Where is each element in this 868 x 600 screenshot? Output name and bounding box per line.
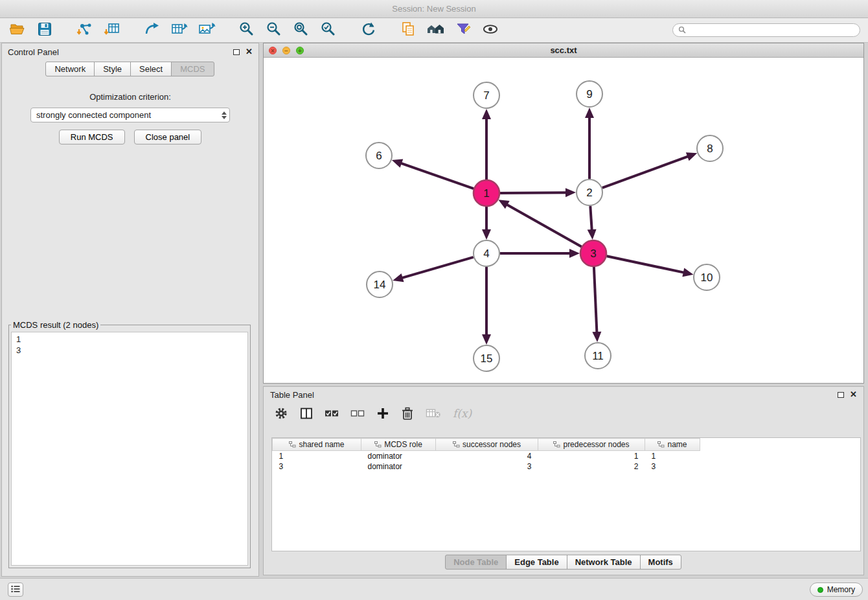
column-header-name[interactable]: name <box>645 439 700 451</box>
table-settings-button[interactable] <box>274 405 288 422</box>
edge-4-14[interactable] <box>402 257 474 278</box>
cell-MCDS-role[interactable]: dominator <box>361 451 436 461</box>
node-9[interactable]: 9 <box>577 81 602 107</box>
tab-select[interactable]: Select <box>130 62 172 76</box>
table-tab-motifs[interactable]: Motifs <box>640 555 681 570</box>
network-canvas[interactable]: 7968124314101511 <box>264 58 863 383</box>
filter-button[interactable] <box>453 21 473 40</box>
optimization-dropdown[interactable]: strongly connected component <box>30 108 230 122</box>
cell-shared-name[interactable]: 3 <box>273 461 361 472</box>
maximize-window-icon[interactable]: + <box>296 47 304 54</box>
copy-button[interactable] <box>399 21 418 40</box>
column-header-predecessor-nodes[interactable]: predecessor nodes <box>538 439 645 451</box>
network-window-titlebar[interactable]: × − + scc.txt <box>264 43 863 58</box>
svg-text:3: 3 <box>590 248 596 260</box>
close-table-panel-icon[interactable]: ✕ <box>850 391 857 398</box>
column-header-shared-name[interactable]: shared name <box>273 439 361 451</box>
zoom-in-button[interactable] <box>237 21 257 40</box>
edge-3-1[interactable] <box>507 205 581 247</box>
cell-successor-nodes[interactable]: 4 <box>436 451 538 461</box>
edge-3-11[interactable] <box>594 267 597 332</box>
memory-button[interactable]: Memory <box>810 583 863 597</box>
tab-mcds[interactable]: MCDS <box>171 62 214 76</box>
table-tab-node-table[interactable]: Node Table <box>445 555 507 570</box>
mcds-result-item[interactable]: 3 <box>16 345 243 356</box>
share-network-button[interactable] <box>143 21 162 40</box>
show-columns-button[interactable] <box>300 405 313 422</box>
search-input[interactable] <box>690 25 854 36</box>
cell-predecessor-nodes[interactable]: 2 <box>538 461 645 472</box>
refresh-button[interactable] <box>359 21 378 40</box>
float-panel-icon[interactable] <box>233 49 240 55</box>
cell-predecessor-nodes[interactable]: 1 <box>538 451 645 461</box>
mcds-result-item[interactable]: 1 <box>16 334 243 345</box>
node-6[interactable]: 6 <box>366 143 392 168</box>
search-box[interactable] <box>672 23 860 37</box>
node-14[interactable]: 14 <box>367 271 393 297</box>
export-table-button[interactable] <box>170 21 189 40</box>
table-row[interactable]: 1dominator411 <box>273 451 713 461</box>
edge-1-2[interactable] <box>500 192 566 193</box>
tab-style[interactable]: Style <box>94 62 131 76</box>
node-8[interactable]: 8 <box>697 135 723 161</box>
edge-2-8[interactable] <box>602 156 688 187</box>
minimize-window-icon[interactable]: − <box>282 47 290 54</box>
column-header-successor-nodes[interactable]: successor nodes <box>436 439 538 451</box>
zoom-selected-button[interactable] <box>319 21 338 40</box>
mcds-result-list[interactable]: 13 <box>11 332 248 566</box>
zoom-out-button[interactable] <box>264 21 284 40</box>
node-15[interactable]: 15 <box>474 345 499 371</box>
refresh-icon <box>360 21 377 40</box>
node-2[interactable]: 2 <box>577 179 602 205</box>
column-header-MCDS-role[interactable]: MCDS role <box>361 439 436 451</box>
zoom-fit-button[interactable] <box>291 21 311 40</box>
edge-3-10[interactable] <box>607 256 684 272</box>
node-10[interactable]: 10 <box>694 264 720 290</box>
float-table-panel-icon[interactable] <box>838 392 844 398</box>
tab-network[interactable]: Network <box>45 62 95 76</box>
edge-1-6[interactable] <box>401 163 474 189</box>
column-tree-icon <box>657 441 665 450</box>
open-session-button[interactable] <box>8 21 27 40</box>
delete-table-button[interactable] <box>426 405 441 422</box>
column-tree-icon <box>289 441 296 450</box>
export-image-button[interactable] <box>197 21 216 40</box>
ui-panels-menu-button[interactable] <box>8 583 23 597</box>
control-panel-title: Control Panel <box>8 47 59 57</box>
import-table-button[interactable] <box>102 21 122 40</box>
node-4[interactable]: 4 <box>474 240 499 266</box>
table-tab-edge-table[interactable]: Edge Table <box>506 555 567 570</box>
cell-successor-nodes[interactable]: 3 <box>436 461 538 472</box>
edge-2-3[interactable] <box>590 206 591 230</box>
table-panel-tabs: Node TableEdge TableNetwork TableMotifs <box>264 555 863 570</box>
cell-filler <box>700 451 713 461</box>
table-tab-network-table[interactable]: Network Table <box>567 555 641 570</box>
node-1[interactable]: 1 <box>474 180 499 206</box>
node-7[interactable]: 7 <box>474 82 499 108</box>
close-window-icon[interactable]: × <box>269 47 277 54</box>
main-toolbar <box>0 18 868 43</box>
cell-name[interactable]: 3 <box>645 461 700 472</box>
close-panel-button[interactable]: Close panel <box>134 130 202 144</box>
select-all-button[interactable] <box>325 405 339 422</box>
show-hide-button[interactable] <box>481 21 500 40</box>
cell-MCDS-role[interactable]: dominator <box>361 461 436 472</box>
dropdown-arrows-icon <box>222 111 227 119</box>
node-11[interactable]: 11 <box>585 343 611 369</box>
node-3[interactable]: 3 <box>580 240 606 266</box>
column-header-filler <box>700 439 713 451</box>
network-manager-button[interactable] <box>426 21 446 40</box>
node-table[interactable]: shared nameMCDS rolesuccessor nodesprede… <box>271 437 861 551</box>
deselect-all-button[interactable] <box>350 405 365 422</box>
run-mcds-button[interactable]: Run MCDS <box>59 130 125 144</box>
save-session-button[interactable] <box>35 21 54 40</box>
cell-name[interactable]: 1 <box>645 451 700 461</box>
delete-row-button[interactable] <box>401 405 414 422</box>
import-network-button[interactable] <box>75 21 95 40</box>
close-panel-icon[interactable]: ✕ <box>246 48 253 56</box>
function-builder-button[interactable]: f(x) <box>453 405 472 422</box>
export-image-icon <box>198 21 216 40</box>
add-row-button[interactable] <box>376 405 389 422</box>
cell-shared-name[interactable]: 1 <box>273 451 361 461</box>
table-row[interactable]: 3dominator323 <box>273 461 713 472</box>
